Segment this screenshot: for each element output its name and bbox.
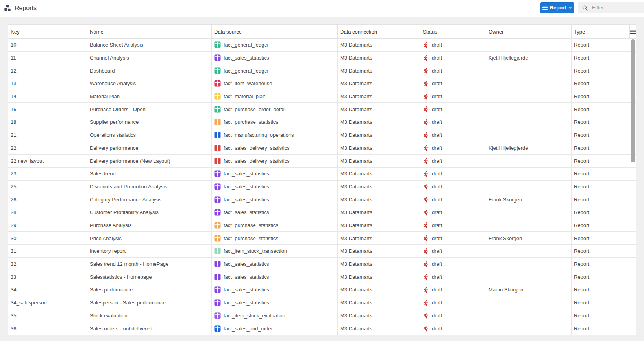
table-row[interactable]: 12 Dashboard fact_general_ledger M3 Data…: [8, 64, 636, 77]
table-grid-icon: [214, 312, 221, 319]
cell-owner: [486, 322, 572, 335]
status-label: draft: [432, 313, 442, 319]
status-label: draft: [432, 80, 442, 86]
cell-type: Report: [572, 193, 630, 206]
cell-data-connection: M3 Datamarts: [338, 155, 420, 167]
cell-status: draft: [420, 116, 486, 129]
cell-key: 14: [8, 90, 87, 103]
column-header-key[interactable]: Key: [8, 25, 87, 38]
data-source-name: fact_sales_and_order: [224, 326, 273, 332]
table-grid-icon: [214, 196, 221, 203]
table-row[interactable]: 21 Operations statistics fact_manufactur…: [8, 129, 636, 142]
cell-status: draft: [420, 155, 486, 167]
vertical-scrollbar-thumb[interactable]: [631, 39, 635, 162]
table-row[interactable]: 13 Warehouse Analysis fact_item_warehous…: [8, 77, 636, 90]
cell-status: draft: [420, 64, 486, 77]
table-grid-icon: [214, 93, 221, 100]
column-header-data-source[interactable]: Data source: [212, 25, 338, 38]
chevron-down-icon: [568, 7, 572, 9]
table-row[interactable]: 25 Discounts and Promotion Analysis fact…: [8, 181, 636, 194]
report-button[interactable]: Report: [540, 2, 574, 13]
report-button-label: Report: [550, 5, 566, 11]
cell-status: draft: [420, 322, 486, 335]
cell-owner: Frank Skorgen: [486, 232, 572, 244]
table-row[interactable]: 22 Delivery performance fact_sales_deliv…: [8, 142, 636, 155]
table-grid-icon: [214, 80, 221, 87]
table-row[interactable]: 28 Customer Profitability Analysis fact_…: [8, 206, 636, 219]
cell-owner: Martin Skorgen: [486, 283, 572, 296]
table-row[interactable]: 14 Material Plan fact_material_plan M3 D…: [8, 90, 636, 103]
runner-icon: [423, 196, 429, 203]
table-row[interactable]: 11 Channel Analysis fact_sales_statistic…: [8, 52, 636, 65]
table-row[interactable]: 33 Salesstatistics - Homepage fact_sales…: [8, 270, 636, 283]
status-label: draft: [432, 197, 442, 203]
runner-icon: [423, 235, 429, 241]
cell-name: Sales trend 12 month - HomePage: [87, 258, 212, 270]
cell-type: Report: [572, 39, 630, 51]
cell-name: Purchase Analysis: [87, 219, 212, 232]
table-row[interactable]: 10 Balance Sheet Analysis fact_general_l…: [8, 39, 636, 52]
status-label: draft: [432, 326, 442, 332]
cell-status: draft: [420, 168, 486, 180]
table-row[interactable]: 31 Inventory report fact_item_stock_tran…: [8, 245, 636, 258]
cell-data-source: fact_sales_delivery_statistics: [212, 142, 338, 155]
table-row[interactable]: 36 Sales orders - not delivered fact_sal…: [8, 322, 636, 335]
data-source-name: fact_sales_statistics: [224, 300, 269, 306]
row-scroll-gutter: [630, 270, 636, 283]
runner-icon: [423, 119, 429, 125]
cell-status: draft: [420, 142, 486, 155]
status-label: draft: [432, 68, 442, 74]
table-row[interactable]: 26 Category Performance Analysis fact_sa…: [8, 193, 636, 206]
cell-status: draft: [420, 129, 486, 142]
filter-input[interactable]: [591, 4, 638, 11]
cell-type: Report: [572, 103, 630, 116]
page-title: Reports: [15, 0, 37, 17]
column-header-status[interactable]: Status: [420, 25, 486, 38]
runner-icon: [423, 183, 429, 190]
column-header-type[interactable]: Type: [572, 25, 630, 38]
table-row[interactable]: 23 Sales trend fact_sales_statistics M3 …: [8, 168, 636, 181]
cell-key: 28: [8, 206, 87, 219]
row-scroll-gutter: [630, 258, 636, 270]
cell-owner: Kjetil Hjellegjerde: [486, 52, 572, 64]
table-row[interactable]: 30 Price Analysis fact_purchase_statisti…: [8, 232, 636, 245]
cell-data-connection: M3 Datamarts: [338, 322, 420, 335]
cell-status: draft: [420, 309, 486, 322]
column-header-owner[interactable]: Owner: [486, 25, 572, 38]
cell-data-connection: M3 Datamarts: [338, 296, 420, 309]
cell-type: Report: [572, 322, 630, 335]
cell-key: 23: [8, 168, 87, 180]
cell-name: Salesstatistics - Homepage: [87, 270, 212, 283]
cell-data-source: fact_item_stock_evaluation: [212, 309, 338, 322]
cell-data-connection: M3 Datamarts: [338, 116, 420, 129]
cell-data-source: fact_sales_statistics: [212, 258, 338, 270]
filter-box: [578, 2, 644, 13]
cell-data-connection: M3 Datamarts: [338, 283, 420, 296]
runner-icon: [423, 287, 429, 293]
runner-icon: [423, 145, 429, 151]
table-row[interactable]: 35 Stock evaluation fact_item_stock_eval…: [8, 309, 636, 322]
table-row[interactable]: 18 Supplier performance fact_purchase_st…: [8, 116, 636, 129]
cell-type: Report: [572, 142, 630, 155]
runner-icon: [423, 171, 429, 177]
cubes-logo-icon: [3, 4, 12, 13]
table-row[interactable]: 34 Sales performance fact_sales_statisti…: [8, 283, 636, 296]
cell-data-connection: M3 Datamarts: [338, 245, 420, 257]
table-row[interactable]: 34_salesperson Salesperson - Sales perfo…: [8, 296, 636, 309]
cell-owner: Kjetil Hjellegjerde: [486, 142, 572, 155]
column-header-data-connection[interactable]: Data connection: [338, 25, 420, 38]
column-header-name[interactable]: Name: [87, 25, 212, 38]
table-row[interactable]: 16 Purchase Orders - Open fact_purchase_…: [8, 103, 636, 116]
table-columns-menu-button[interactable]: [630, 25, 636, 38]
runner-icon: [423, 248, 429, 254]
table-row[interactable]: 32 Sales trend 12 month - HomePage fact_…: [8, 258, 636, 271]
cell-data-source: fact_sales_statistics: [212, 181, 338, 193]
cell-status: draft: [420, 270, 486, 283]
status-label: draft: [432, 274, 442, 280]
table-grid-icon: [214, 222, 221, 229]
table-row[interactable]: 29 Purchase Analysis fact_purchase_stati…: [8, 219, 636, 232]
cell-name: Balance Sheet Analysis: [87, 39, 212, 51]
table-grid-icon: [214, 132, 221, 138]
table-row[interactable]: 22 new_layout Delivery performance (New …: [8, 155, 636, 168]
cell-status: draft: [420, 296, 486, 309]
